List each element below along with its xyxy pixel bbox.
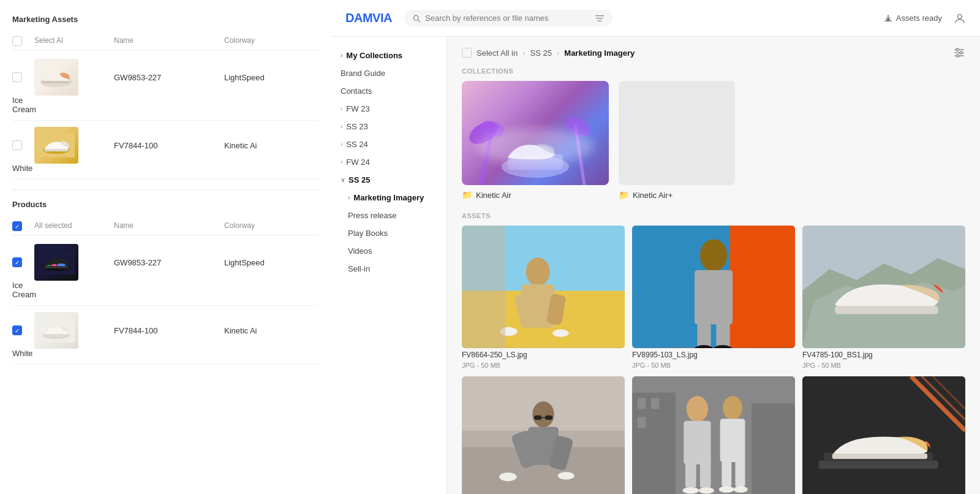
asset-item-2[interactable]: FV8995-103_LS.jpg JPG - 50 MB bbox=[632, 226, 795, 369]
svg-point-20 bbox=[956, 48, 959, 51]
marketing-assets-title: Marketing Assets bbox=[12, 15, 318, 24]
product-colorway-2: White bbox=[12, 349, 34, 358]
svg-point-80 bbox=[719, 486, 734, 493]
table-row: FV7844-100 Kinetic Ai White bbox=[12, 306, 318, 365]
svg-rect-10 bbox=[44, 334, 69, 336]
download-icon bbox=[884, 14, 892, 23]
sidebar-item-ss23[interactable]: › SS 23 bbox=[331, 118, 447, 135]
svg-point-62 bbox=[499, 472, 516, 481]
table-row: GW9853-227 LightSpeed Ice Cream bbox=[12, 238, 318, 306]
product-colorway-1: Ice Cream bbox=[12, 281, 34, 299]
sidebar-ss23-label: SS 23 bbox=[346, 122, 368, 131]
svg-rect-7 bbox=[44, 266, 69, 268]
asset-thumb-1 bbox=[462, 226, 625, 348]
svg-rect-76 bbox=[722, 459, 731, 486]
sidebar-item-contacts[interactable]: Contacts bbox=[331, 82, 447, 100]
left-panel: Marketing Assets Select AI Name Colorway… bbox=[0, 0, 331, 494]
settings-icon[interactable] bbox=[953, 47, 965, 59]
assets-label: Assets bbox=[462, 212, 965, 219]
asset-thumb-3 bbox=[802, 226, 965, 348]
folder-label-kinetic-air-plus: Kinetic Air+ bbox=[633, 191, 673, 200]
assets-grid: FV8664-250_LS.jpg JPG - 50 MB bbox=[462, 226, 965, 494]
topbar: DAMVIA Assets ready bbox=[331, 0, 980, 37]
row-name-1: LightSpeed bbox=[224, 73, 316, 82]
breadcrumb-sep-2: › bbox=[557, 48, 559, 58]
user-icon[interactable] bbox=[954, 13, 965, 24]
asset-meta-2: JPG - 50 MB bbox=[632, 362, 795, 369]
svg-point-63 bbox=[558, 472, 575, 479]
select-ai-checkbox[interactable] bbox=[12, 36, 22, 46]
sidebar-item-ss25[interactable]: ∨ SS 25 bbox=[331, 171, 447, 189]
product-sku-2: FV7844-100 bbox=[114, 326, 224, 335]
svg-rect-77 bbox=[735, 459, 745, 486]
svg-rect-4 bbox=[44, 149, 69, 151]
svg-rect-71 bbox=[684, 420, 710, 464]
table-row: FV7844-100 Kinetic Ai White bbox=[12, 121, 318, 180]
sidebar: › My Collections Brand Guide Contacts › … bbox=[331, 37, 447, 494]
svg-rect-88 bbox=[832, 453, 927, 458]
folder-label-kinetic-air: Kinetic Air bbox=[476, 191, 511, 200]
topbar-right: Assets ready bbox=[884, 13, 965, 24]
row-sku-2: FV7844-100 bbox=[114, 141, 224, 150]
sidebar-item-marketing-imagery[interactable]: › Marketing Imagery bbox=[331, 189, 447, 207]
asset-filename-1: FV8664-250_LS.jpg bbox=[462, 351, 625, 359]
folder-item-kinetic-air-plus[interactable]: 📁 Kinetic Air+ bbox=[619, 81, 735, 200]
product-image-4 bbox=[34, 312, 78, 349]
svg-rect-66 bbox=[752, 403, 795, 494]
asset-thumb-5 bbox=[632, 376, 795, 495]
header-select-ai: Select AI bbox=[34, 36, 114, 46]
product-name-1: LightSpeed bbox=[224, 258, 316, 267]
search-input[interactable] bbox=[425, 13, 590, 23]
svg-rect-56 bbox=[534, 415, 541, 419]
row-checkbox-2[interactable] bbox=[12, 140, 22, 150]
breadcrumb-crumb2: Marketing Imagery bbox=[564, 48, 635, 58]
sidebar-fw24-label: FW 24 bbox=[346, 158, 369, 167]
svg-point-37 bbox=[552, 329, 569, 336]
chevron-down-icon: ∨ bbox=[341, 177, 345, 183]
all-selected-checkbox[interactable] bbox=[12, 221, 22, 231]
collections-label: Collections bbox=[462, 67, 965, 75]
sidebar-item-brand-guide[interactable]: Brand Guide bbox=[331, 64, 447, 82]
right-panel: DAMVIA Assets ready bbox=[331, 0, 980, 494]
row-colorway-1: Ice Cream bbox=[12, 96, 34, 114]
product-checkbox-2[interactable] bbox=[12, 325, 22, 335]
header-colorway: Colorway bbox=[224, 36, 316, 46]
svg-rect-57 bbox=[545, 415, 552, 419]
product-image-3 bbox=[34, 244, 78, 281]
search-bar[interactable] bbox=[404, 10, 612, 26]
svg-point-79 bbox=[699, 487, 714, 493]
filter-icon[interactable] bbox=[595, 15, 604, 22]
sidebar-item-press-release[interactable]: Press release bbox=[331, 207, 447, 224]
breadcrumb-select-all[interactable]: Select All in bbox=[477, 48, 518, 58]
product-checkbox-1[interactable] bbox=[12, 257, 22, 267]
asset-item-1[interactable]: FV8664-250_LS.jpg JPG - 50 MB bbox=[462, 226, 625, 369]
sidebar-item-fw23[interactable]: › FW 23 bbox=[331, 100, 447, 118]
breadcrumb: Select All in › SS 25 › Marketing Imager… bbox=[462, 47, 965, 59]
breadcrumb-checkbox[interactable] bbox=[462, 48, 472, 58]
breadcrumb-right bbox=[953, 47, 965, 59]
svg-rect-72 bbox=[685, 460, 696, 487]
sidebar-item-videos[interactable]: Videos bbox=[331, 242, 447, 260]
sidebar-ss24-label: SS 24 bbox=[346, 140, 368, 149]
products-title: Products bbox=[12, 200, 318, 209]
asset-item-6[interactable]: FV4785-100_BS2.jpg JPG - 50 MB bbox=[802, 376, 965, 495]
product-sku-1: GW9853-227 bbox=[114, 258, 224, 267]
sidebar-play-books-label: Play Books bbox=[348, 229, 388, 238]
breadcrumb-crumb1[interactable]: SS 25 bbox=[530, 48, 552, 58]
assets-ready-button[interactable]: Assets ready bbox=[884, 13, 942, 23]
marketing-assets-header: Select AI Name Colorway bbox=[12, 32, 318, 50]
sidebar-item-ss24[interactable]: › SS 24 bbox=[331, 135, 447, 153]
asset-item-5[interactable]: FV8995-103_LS_2.jpg JPG - 50 MB bbox=[632, 376, 795, 495]
folder-item-kinetic-air[interactable]: 📁 Kinetic Air bbox=[462, 81, 609, 200]
sidebar-item-sell-in[interactable]: Sell-in bbox=[331, 260, 447, 278]
asset-item-3[interactable]: FV4785-100_BS1.jpg JPG - 50 MB bbox=[802, 226, 965, 369]
sidebar-item-fw24[interactable]: › FW 24 bbox=[331, 153, 447, 171]
asset-item-4[interactable]: FV8664-250_LS_2.jpg JPG - 50 MB bbox=[462, 376, 625, 495]
svg-rect-42 bbox=[695, 270, 733, 325]
sidebar-item-my-collections[interactable]: › My Collections bbox=[331, 47, 447, 64]
content-area: › My Collections Brand Guide Contacts › … bbox=[331, 37, 980, 494]
svg-rect-44 bbox=[716, 321, 729, 348]
sidebar-item-play-books[interactable]: Play Books bbox=[331, 224, 447, 242]
asset-thumb-4 bbox=[462, 376, 625, 495]
row-checkbox-1[interactable] bbox=[12, 72, 22, 82]
